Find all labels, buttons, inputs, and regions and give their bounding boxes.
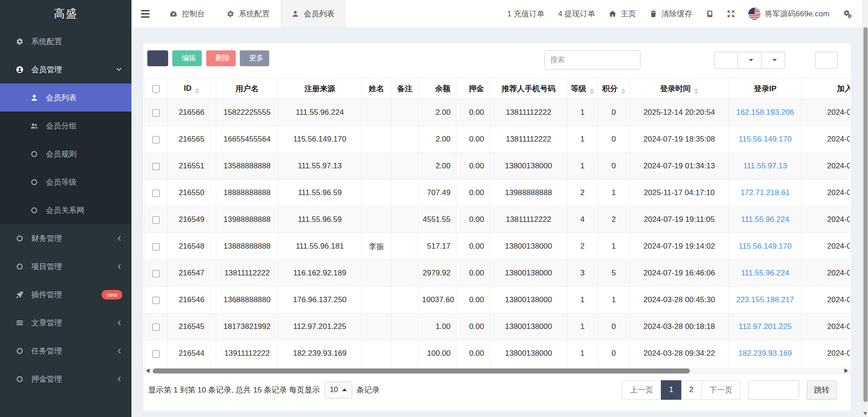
login-ip-link[interactable]: 112.97.201.225 [739, 322, 792, 331]
sidebar-item-member-manage[interactable]: 会员管理 [0, 55, 131, 83]
cell-points: 1 [598, 180, 630, 206]
row-checkbox[interactable] [152, 324, 160, 331]
nav-language[interactable] [706, 10, 713, 18]
page-button-1[interactable]: 1 [661, 380, 681, 400]
table-row: 21654613688888880176.96.137.25010037.600… [145, 287, 850, 314]
column-header-login-time[interactable]: 登录时间 [630, 78, 729, 99]
sidebar-item-deposit-manage[interactable]: 押金管理 [0, 365, 131, 393]
login-ip-link[interactable]: 111.55.97.13 [743, 162, 787, 170]
column-header-name[interactable]: 姓名 [362, 78, 392, 99]
sidebar-item-member-list[interactable]: 会员列表 [0, 83, 131, 112]
sidebar-item-article-manage[interactable]: 文章管理 [0, 309, 131, 337]
column-header-points[interactable]: 积分 [598, 78, 630, 99]
nav-site[interactable]: 将军源码669e.com [748, 8, 829, 20]
nav-clear-cache[interactable]: 清除缓存 [650, 9, 692, 19]
sort-icon[interactable] [694, 88, 698, 94]
horizontal-scrollbar[interactable] [144, 368, 850, 374]
chevron-left-icon [116, 235, 122, 242]
more-button[interactable]: 更多 [240, 50, 269, 66]
column-header-level[interactable]: 等级 [567, 78, 598, 99]
row-checkbox[interactable] [152, 163, 160, 170]
chevron-left-icon [116, 319, 122, 326]
scroll-left-icon[interactable] [146, 368, 150, 373]
table-body: 21656615822225555111.55.96.2242.000.0013… [145, 99, 850, 367]
edit-button[interactable]: 编辑 [172, 50, 202, 66]
column-header-balance[interactable]: 余额 [418, 78, 456, 99]
login-ip-link[interactable]: 162.158.193.206 [736, 108, 794, 117]
hamburger-icon[interactable] [131, 0, 159, 27]
row-checkbox[interactable] [152, 270, 160, 277]
paging-toggle-button[interactable] [714, 52, 738, 69]
sidebar-item-finance-manage[interactable]: 财务管理 [0, 224, 131, 252]
cell-name [362, 340, 392, 367]
tab-label: 系统配置 [239, 9, 270, 19]
login-ip-link[interactable]: 111.55.96.224 [741, 269, 789, 277]
cell-name [362, 260, 392, 287]
nav-withdraw-orders[interactable]: 4 提现订单 [558, 9, 595, 19]
nav-settings[interactable] [843, 10, 852, 18]
sidebar-item-plugin-manage[interactable]: 插件管理new [0, 280, 131, 309]
column-header-deposit[interactable]: 押金 [456, 78, 490, 99]
cell-level: 1 [567, 99, 598, 126]
refresh-button[interactable] [147, 50, 168, 66]
scroll-down-icon[interactable] [863, 412, 867, 415]
login-ip-link[interactable]: 115.56.149.170 [739, 242, 792, 250]
column-header-join-time[interactable]: 加入 [802, 78, 850, 99]
nav-home[interactable]: 主页 [609, 9, 636, 19]
column-header-id[interactable]: ID [167, 78, 216, 99]
page-button-2[interactable]: 2 [681, 380, 702, 400]
scroll-right-icon[interactable] [844, 368, 848, 373]
login-ip-link[interactable]: 172.71.218.61 [741, 188, 790, 197]
search-input[interactable] [544, 50, 640, 69]
row-checkbox[interactable] [152, 350, 160, 358]
horizontal-scrollbar-thumb[interactable] [153, 368, 690, 373]
nav-fullscreen[interactable] [727, 10, 735, 18]
next-page-button[interactable]: 下一页 [701, 380, 741, 400]
row-checkbox[interactable] [152, 136, 160, 143]
sidebar-item-task-manage[interactable]: 任务管理 [0, 337, 131, 365]
sidebar-item-member-network[interactable]: 会员关系网 [0, 196, 131, 224]
columns-button[interactable] [737, 52, 761, 69]
search-button[interactable] [815, 52, 838, 69]
column-header-remark[interactable]: 备注 [392, 78, 418, 99]
page-size-select[interactable]: 10 [325, 382, 352, 398]
prev-page-button[interactable]: 上一页 [622, 380, 661, 400]
login-ip-link[interactable]: 111.55.96.224 [741, 215, 789, 224]
sort-icon[interactable] [590, 88, 594, 94]
sort-icon[interactable] [195, 88, 199, 93]
tab-member-list[interactable]: 会员列表 [281, 0, 345, 27]
login-ip-link[interactable]: 182.239.93.169 [738, 349, 792, 358]
column-header-select[interactable] [145, 78, 167, 99]
column-header-referrer[interactable]: 推荐人手机号码 [490, 78, 567, 99]
row-checkbox[interactable] [152, 109, 160, 117]
tab-console[interactable]: 控制台 [159, 0, 216, 27]
select-all-checkbox[interactable] [152, 85, 160, 93]
row-checkbox[interactable] [152, 190, 160, 197]
column-header-login-ip[interactable]: 登录IP [729, 78, 802, 99]
table-row: 21655113588888888111.55.97.132.000.00138… [145, 153, 850, 180]
export-button[interactable] [761, 52, 785, 69]
nav-recharge-orders[interactable]: 1 充值订单 [507, 9, 544, 19]
vertical-scrollbar-thumb[interactable] [863, 27, 868, 402]
login-ip-link[interactable]: 223.155.188.217 [736, 295, 794, 304]
column-header-username[interactable]: 用户名 [216, 78, 278, 99]
page-jump-button[interactable]: 跳转 [807, 380, 837, 400]
row-checkbox[interactable] [152, 216, 160, 224]
sidebar-item-member-group[interactable]: 会员分组 [0, 112, 131, 140]
sidebar-item-project-manage[interactable]: 项目管理 [0, 252, 131, 280]
row-checkbox[interactable] [152, 243, 160, 250]
login-ip-link[interactable]: 115.56.149.170 [739, 135, 792, 143]
sidebar-item-member-level[interactable]: 会员等级 [0, 168, 131, 196]
vertical-scrollbar[interactable] [862, 0, 868, 417]
cell-deposit: 0.00 [456, 180, 490, 206]
cell-source: 111.55.96.59 [278, 180, 362, 206]
cell-source: 111.55.96.224 [278, 99, 362, 126]
sort-icon[interactable] [621, 88, 626, 94]
sidebar-item-member-rule[interactable]: 会员规则 [0, 140, 131, 168]
row-checkbox[interactable] [152, 297, 160, 304]
sidebar-item-system-config[interactable]: 系统配置 [0, 27, 131, 55]
tab-system-config[interactable]: 系统配置 [216, 0, 281, 27]
page-jump-input[interactable] [748, 380, 799, 400]
delete-button[interactable]: 删除 [206, 50, 236, 66]
column-header-source[interactable]: 注册来源 [278, 78, 362, 99]
